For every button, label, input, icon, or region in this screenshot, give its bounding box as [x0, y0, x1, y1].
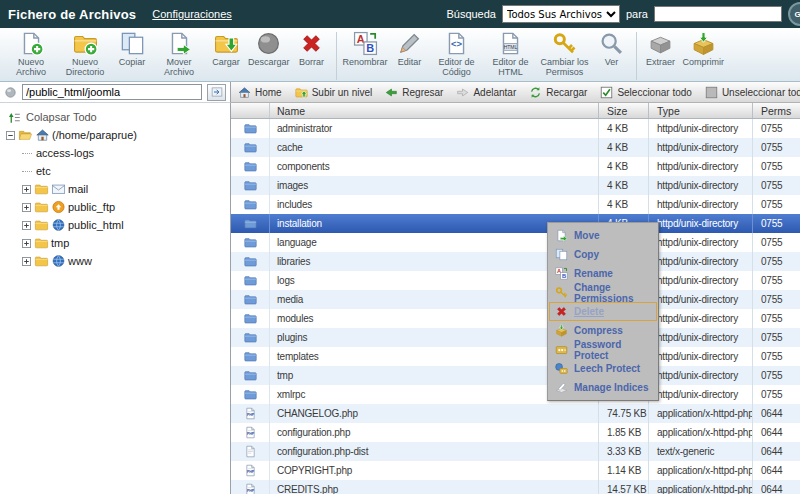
table-row[interactable]: media4 KBhttpd/unix-directory0755 — [231, 290, 800, 309]
toolbar-nuevo-directorio-button[interactable]: Nuevo Directorio — [58, 31, 112, 77]
tree-item-etc[interactable]: etc — [0, 162, 230, 180]
path-input[interactable] — [22, 84, 202, 100]
table-row[interactable]: templates4 KBhttpd/unix-directory0755 — [231, 347, 800, 366]
context-menu-delete[interactable]: Delete — [549, 302, 657, 321]
table-row[interactable]: PHPCHANGELOG.php74.75 KBapplication/x-ht… — [231, 404, 800, 423]
tree-item-tmp[interactable]: tmp — [0, 234, 230, 252]
search-go-button[interactable]: Go — [788, 2, 800, 26]
toolbar-nuevo-archivo-button[interactable]: Nuevo Archivo — [4, 31, 58, 77]
table-row[interactable]: PHPCREDITS.php14.57 KBapplication/x-http… — [231, 480, 800, 494]
toolbar-extraer-button[interactable]: Extraer — [641, 31, 681, 67]
toolbar-editar-button[interactable]: Editar — [390, 31, 430, 67]
navbar-regresar[interactable]: Regresar — [385, 86, 443, 99]
toolbar-renombrar-button[interactable]: ABRenombrar — [341, 31, 390, 67]
context-menu-leech-protect[interactable]: Leech Protect — [549, 359, 657, 378]
context-menu-copy[interactable]: Copy — [549, 245, 657, 264]
navbar-home[interactable]: Home — [238, 86, 282, 99]
table-row[interactable]: PHPCOPYRIGHT.php1.14 KBapplication/x-htt… — [231, 461, 800, 480]
go-to-directory-icon — [211, 86, 223, 98]
up-level-icon — [295, 86, 308, 99]
upload-icon — [214, 31, 239, 56]
context-menu-password-protect[interactable]: Password Protect — [549, 340, 657, 359]
column-header-name[interactable]: Name — [269, 103, 598, 118]
row-perms-cell: 0644 — [752, 480, 800, 494]
table-row[interactable]: components4 KBhttpd/unix-directory0755 — [231, 157, 800, 176]
table-row[interactable]: configuration.php-dist3.33 KBtext/x-gene… — [231, 442, 800, 461]
table-row[interactable]: libraries4 KBhttpd/unix-directory0755 — [231, 252, 800, 271]
toolbar-mover-archivo-button[interactable]: Mover Archivo — [152, 31, 206, 77]
file-list-panel: Name Size Type Perms administrator4 KBht… — [231, 103, 800, 494]
row-icon-cell: PHP — [231, 407, 269, 420]
tree-item-public-ftp[interactable]: public_ftp — [0, 198, 230, 216]
column-header-perms[interactable]: Perms — [752, 103, 800, 118]
toolbar-copiar-button[interactable]: Copiar — [112, 31, 152, 67]
navbar-recargar[interactable]: Recargar — [529, 86, 587, 99]
tree-item-label: etc — [36, 165, 51, 177]
navbar-label: Recargar — [546, 87, 587, 98]
toolbar-button-label: Cambiar los Permisos — [540, 57, 590, 77]
row-name-cell: includes — [269, 195, 598, 214]
context-menu-change-permissions[interactable]: Change Permissions — [549, 283, 657, 302]
navbar-label: Regresar — [402, 87, 443, 98]
expander-plus-icon[interactable] — [22, 185, 31, 194]
folder-blue-icon — [243, 122, 258, 135]
folder-blue-icon — [243, 350, 258, 363]
svg-text:<>: <> — [451, 39, 462, 49]
navbar-subir-un-nivel[interactable]: Subir un nivel — [295, 86, 373, 99]
table-row[interactable]: PHPconfiguration.php1.85 KBapplication/x… — [231, 423, 800, 442]
folder-icon — [34, 254, 49, 268]
navbar-seleccionar-todo[interactable]: Seleccionar todo — [600, 86, 692, 99]
toolbar-descargar-button[interactable]: Descargar — [246, 31, 292, 67]
context-menu-label: Move — [574, 230, 600, 241]
toolbar-ver-button[interactable]: Ver — [592, 31, 632, 67]
table-row[interactable]: xmlrpc4 KBhttpd/unix-directory0755 — [231, 385, 800, 404]
table-row[interactable]: language4 KBhttpd/unix-directory0755 — [231, 233, 800, 252]
column-header-type[interactable]: Type — [648, 103, 752, 118]
toolbar-editor-de-codigo-button[interactable]: <>Editor de Código — [430, 31, 484, 77]
table-row[interactable]: plugins4 KBhttpd/unix-directory0755 — [231, 328, 800, 347]
context-menu-compress[interactable]: Compress — [549, 321, 657, 340]
toolbar-borrar-button[interactable]: Borrar — [292, 31, 332, 67]
toolbar-comprimir-button[interactable]: Comprimir — [681, 31, 727, 67]
table-row[interactable]: images4 KBhttpd/unix-directory0755 — [231, 176, 800, 195]
row-size-cell: 14.57 KB — [598, 480, 648, 494]
tree-item-label: tmp — [51, 237, 69, 249]
expander-minus-icon[interactable] — [6, 131, 15, 140]
table-row[interactable]: administrator4 KBhttpd/unix-directory075… — [231, 119, 800, 138]
table-row[interactable]: includes4 KBhttpd/unix-directory0755 — [231, 195, 800, 214]
context-menu-move[interactable]: Move — [549, 226, 657, 245]
toolbar-editor-de-html-button[interactable]: HTMLEditor de HTML — [484, 31, 538, 77]
row-name-cell: components — [269, 157, 598, 176]
table-row[interactable]: installation4 KBhttpd/unix-directory0755 — [231, 214, 800, 233]
row-type-cell: application/x-httpd-php — [648, 404, 752, 423]
toolbar-cargar-button[interactable]: Cargar — [206, 31, 246, 67]
navbar-adelantar[interactable]: Adelantar — [456, 86, 516, 99]
folder-blue-icon — [243, 255, 258, 268]
row-perms-cell: 0755 — [752, 233, 800, 252]
table-row[interactable]: logs4 KBhttpd/unix-directory0755 — [231, 271, 800, 290]
context-menu-label: Compress — [574, 325, 623, 336]
tree-item-www[interactable]: www — [0, 252, 230, 270]
tree-item-public-html[interactable]: public_html — [0, 216, 230, 234]
settings-link[interactable]: Configuraciones — [152, 8, 232, 20]
context-menu-rename[interactable]: ABRename — [549, 264, 657, 283]
expander-plus-icon[interactable] — [22, 257, 31, 266]
context-menu-manage-indices[interactable]: Manage Indices — [549, 378, 657, 397]
expander-plus-icon[interactable] — [22, 221, 31, 230]
toolbar-cambiar-los-permisos-button[interactable]: Cambiar los Permisos — [538, 31, 592, 77]
tree-item-mail[interactable]: mail — [0, 180, 230, 198]
collapse-all-button[interactable]: Colapsar Todo — [0, 108, 230, 126]
expander-plus-icon[interactable] — [22, 239, 31, 248]
tree-item-home-paraprue[interactable]: (/home/paraprue) — [0, 126, 230, 144]
expander-plus-icon[interactable] — [22, 203, 31, 212]
navbar-unseleccionar-todo[interactable]: Unseleccionar todo — [705, 86, 800, 99]
search-input[interactable] — [654, 6, 782, 22]
table-row[interactable]: tmp4 KBhttpd/unix-directory0755 — [231, 366, 800, 385]
tree-item-access-logs[interactable]: access-logs — [0, 144, 230, 162]
table-row[interactable]: modules4 KBhttpd/unix-directory0755 — [231, 309, 800, 328]
change-directory-button[interactable] — [207, 84, 226, 101]
search-scope-select[interactable]: Todos Sus Archivos — [502, 5, 620, 23]
column-header-size[interactable]: Size — [598, 103, 648, 118]
table-row[interactable]: cache4 KBhttpd/unix-directory0755 — [231, 138, 800, 157]
path-bar — [0, 82, 231, 103]
